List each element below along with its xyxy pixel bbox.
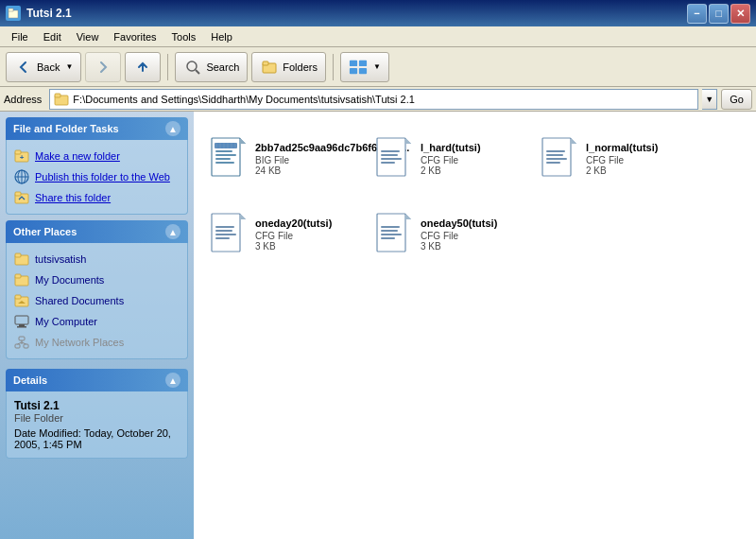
svg-rect-52: [381, 150, 400, 152]
file-item-lnormal[interactable]: l_normal(tutsi) CFG File 2 KB: [534, 121, 699, 197]
folder-icon-shared: [14, 293, 29, 308]
svg-marker-51: [405, 138, 411, 144]
cfg-file-icon-lhard: [375, 136, 413, 182]
svg-rect-55: [381, 162, 395, 164]
svg-rect-22: [15, 253, 21, 257]
svg-rect-56: [542, 138, 571, 176]
search-button[interactable]: Search: [175, 52, 248, 82]
svg-rect-39: [215, 150, 232, 152]
file-area: 2bb7ad25c9aa96dc7b6f670d8... BIG File 24…: [194, 112, 756, 539]
link-tutsivsatish[interactable]: tutsivsatish: [12, 249, 181, 270]
svg-rect-8: [350, 67, 357, 73]
back-button[interactable]: Back ▼: [6, 52, 81, 82]
maximize-button[interactable]: □: [709, 4, 729, 24]
svg-marker-58: [571, 138, 576, 144]
close-button[interactable]: ✕: [730, 4, 750, 24]
app-icon: [6, 6, 21, 21]
svg-rect-6: [350, 60, 357, 65]
folder-icon-tutsi: [14, 252, 29, 267]
new-folder-icon: +: [14, 148, 29, 164]
toolbar-separator-2: [333, 54, 334, 80]
file-info-lhard: l_hard(tutsi) CFG File 2 KB: [421, 142, 527, 176]
folders-button[interactable]: Folders: [251, 52, 326, 82]
file-info-oneday20: oneday20(tutsi) CFG File 3 KB: [255, 217, 362, 252]
up-icon: [133, 58, 152, 77]
svg-rect-74: [381, 230, 398, 232]
file-size-oneday50: 3 KB: [421, 241, 527, 252]
menu-bar: File Edit View Favorites Tools Help: [0, 26, 756, 47]
details-header[interactable]: Details ▲: [6, 369, 188, 391]
menu-help[interactable]: Help: [203, 29, 240, 44]
menu-favorites[interactable]: Favorites: [106, 29, 163, 44]
path-folder-icon: [54, 93, 69, 106]
other-places-header[interactable]: Other Places ▲: [6, 220, 188, 243]
details-folder-type: File Folder: [14, 412, 180, 424]
details-date-label: Date Modified:: [14, 427, 81, 439]
details-date: Date Modified: Today, October 20, 2005, …: [14, 427, 180, 450]
link-my-network-label: My Network Places: [35, 337, 124, 348]
publish-link[interactable]: Publish this folder to the Web: [12, 166, 181, 187]
file-tasks-body: + Make a new folder Publish this folder …: [6, 140, 188, 215]
go-button[interactable]: Go: [721, 89, 752, 110]
back-label: Back: [37, 61, 60, 73]
make-folder-label: Make a new folder: [35, 150, 120, 162]
make-folder-link[interactable]: + Make a new folder: [12, 146, 181, 166]
svg-rect-49: [377, 138, 405, 176]
collapse-icon-3: ▲: [165, 373, 180, 388]
forward-icon: [94, 58, 112, 77]
cfg-file-icon-oneday20: [210, 212, 248, 257]
menu-view[interactable]: View: [69, 29, 107, 44]
link-my-documents[interactable]: My Documents: [12, 270, 181, 290]
minimize-button[interactable]: −: [687, 4, 707, 24]
svg-rect-11: [55, 94, 60, 97]
cfg-file-icon-oneday50: [375, 212, 413, 257]
title-bar: Tutsi 2.1 − □ ✕: [0, 0, 756, 26]
share-link[interactable]: Share this folder: [12, 187, 181, 208]
svg-line-3: [196, 70, 199, 74]
file-name-oneday20: oneday20(tutsi): [255, 217, 362, 229]
share-icon: [14, 190, 29, 205]
window-controls: − □ ✕: [687, 4, 750, 24]
file-type-lnormal: CFG File: [586, 155, 693, 165]
file-name-oneday50: oneday50(tutsi): [421, 217, 527, 229]
search-label: Search: [206, 61, 239, 73]
file-item-big[interactable]: 2bb7ad25c9aa96dc7b6f670d8... BIG File 24…: [203, 121, 369, 197]
svg-rect-76: [381, 237, 395, 239]
view-button[interactable]: ▼: [340, 52, 389, 82]
menu-tools[interactable]: Tools: [164, 29, 204, 44]
file-item-oneday20[interactable]: oneday20(tutsi) CFG File 3 KB: [203, 197, 369, 272]
svg-rect-61: [546, 158, 567, 160]
svg-rect-26: [15, 295, 21, 299]
link-my-network[interactable]: My Network Places: [12, 332, 181, 353]
file-item-oneday50[interactable]: oneday50(tutsi) CFG File 3 KB: [369, 197, 534, 272]
forward-button[interactable]: [85, 52, 121, 82]
details-title-header: Details: [13, 374, 47, 386]
address-dropdown-button[interactable]: ▼: [702, 89, 717, 110]
menu-edit[interactable]: Edit: [36, 29, 69, 44]
svg-marker-65: [240, 214, 246, 219]
svg-rect-68: [215, 234, 236, 235]
svg-rect-31: [15, 344, 20, 348]
address-label: Address: [4, 94, 45, 105]
svg-rect-66: [215, 226, 234, 228]
publish-label: Publish this folder to the Web: [35, 171, 170, 183]
svg-rect-32: [24, 344, 28, 348]
up-button[interactable]: [125, 52, 161, 82]
link-shared-documents[interactable]: Shared Documents: [12, 290, 181, 311]
link-shared-documents-label: Shared Documents: [35, 295, 124, 306]
svg-marker-72: [405, 214, 411, 219]
link-my-computer[interactable]: My Computer: [12, 311, 181, 332]
address-path-box[interactable]: F:\Documents and Settings\Siddharth\My D…: [49, 89, 698, 110]
file-tasks-section: File and Folder Tasks ▲ + Make a new fol…: [6, 117, 188, 215]
cfg-file-icon-lnormal: [541, 136, 578, 182]
share-label: Share this folder: [35, 192, 111, 203]
file-tasks-header[interactable]: File and Folder Tasks ▲: [6, 117, 188, 140]
link-tutsivsatish-label: tutsivsatish: [35, 253, 86, 265]
link-my-computer-label: My Computer: [35, 316, 97, 327]
svg-rect-69: [215, 237, 230, 239]
folders-label: Folders: [283, 61, 318, 73]
address-bar: Address F:\Documents and Settings\Siddha…: [0, 87, 756, 112]
file-item-lhard[interactable]: l_hard(tutsi) CFG File 2 KB: [369, 121, 534, 197]
file-size-lnormal: 2 KB: [586, 165, 693, 176]
menu-file[interactable]: File: [4, 29, 36, 44]
